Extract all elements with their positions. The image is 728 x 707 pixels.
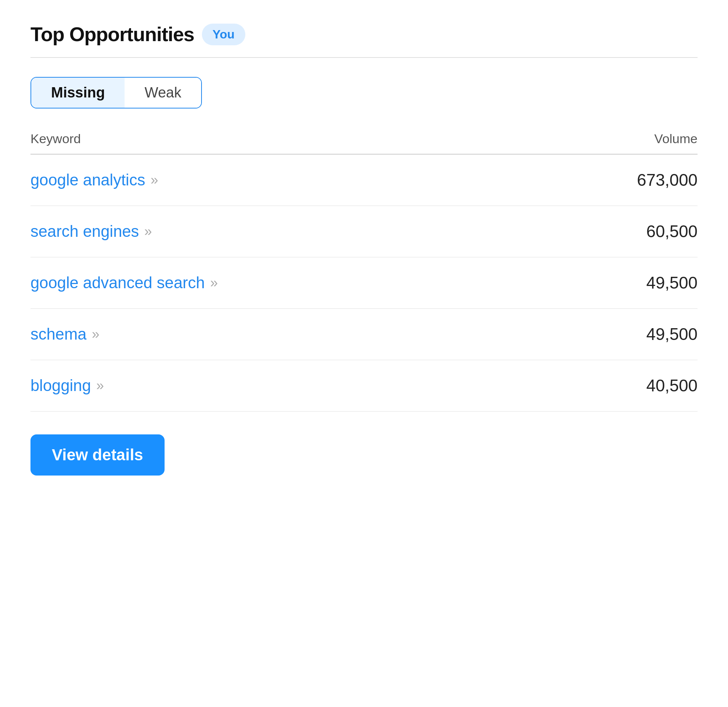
- keyword-cell: search engines »: [30, 222, 150, 241]
- keyword-cell: blogging »: [30, 377, 102, 395]
- chevron-right-icon: »: [210, 275, 216, 291]
- volume-value: 49,500: [646, 273, 698, 292]
- volume-value: 60,500: [646, 222, 698, 241]
- table-row: google advanced search » 49,500: [30, 257, 698, 309]
- you-badge: You: [202, 24, 245, 45]
- view-details-button[interactable]: View details: [30, 434, 165, 476]
- keyword-link[interactable]: blogging: [30, 377, 91, 395]
- volume-value: 49,500: [646, 325, 698, 344]
- table-row: search engines » 60,500: [30, 206, 698, 257]
- tab-group: Missing Weak: [30, 77, 202, 109]
- chevron-right-icon: »: [92, 326, 98, 342]
- table-row: schema » 49,500: [30, 309, 698, 360]
- keyword-cell: google advanced search »: [30, 274, 216, 292]
- chevron-right-icon: »: [150, 172, 157, 188]
- keyword-link[interactable]: google advanced search: [30, 274, 205, 292]
- header-divider: [30, 57, 698, 58]
- keyword-table: Keyword Volume google analytics » 673,00…: [30, 131, 698, 412]
- keyword-link[interactable]: google analytics: [30, 171, 145, 189]
- volume-value: 673,000: [637, 171, 698, 190]
- table-row: blogging » 40,500: [30, 360, 698, 412]
- chevron-right-icon: »: [96, 378, 102, 394]
- tab-weak[interactable]: Weak: [125, 78, 201, 108]
- table-row: google analytics » 673,000: [30, 155, 698, 206]
- keyword-link[interactable]: search engines: [30, 222, 139, 241]
- keyword-cell: google analytics »: [30, 171, 157, 189]
- tab-missing[interactable]: Missing: [31, 78, 125, 108]
- chevron-right-icon: »: [144, 223, 150, 239]
- table-header: Keyword Volume: [30, 131, 698, 155]
- keyword-cell: schema »: [30, 325, 98, 343]
- column-volume-label: Volume: [654, 131, 698, 146]
- page-title: Top Opportunities: [30, 23, 194, 46]
- keyword-link[interactable]: schema: [30, 325, 86, 343]
- column-keyword-label: Keyword: [30, 131, 81, 146]
- volume-value: 40,500: [646, 376, 698, 395]
